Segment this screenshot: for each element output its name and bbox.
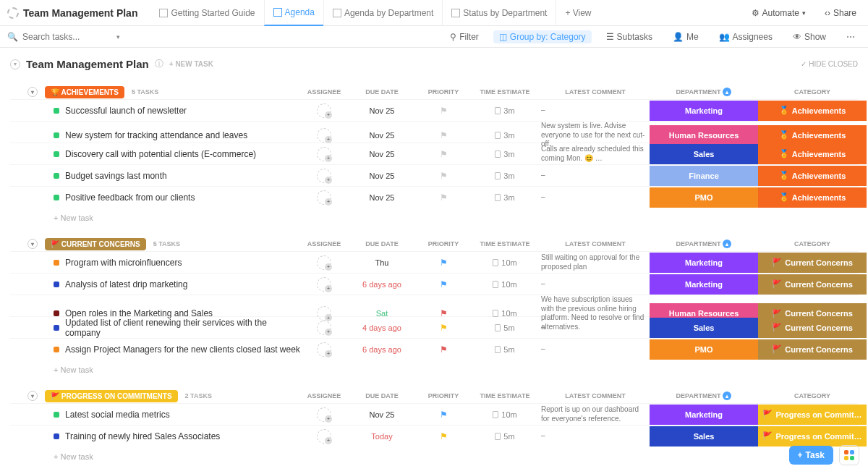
category-tag[interactable]: 🚩Progress on Commit… [758, 405, 867, 425]
department-tag[interactable]: Marketing [650, 253, 758, 273]
time-estimate[interactable]: 5m [469, 432, 541, 441]
priority-flag-icon[interactable]: ⚑ [418, 344, 469, 355]
due-date[interactable]: Nov 25 [346, 193, 418, 202]
sort-arrow-icon[interactable]: ▴ [723, 392, 731, 400]
assignees-button[interactable]: 👥 Assignees [713, 30, 778, 43]
due-date[interactable]: Nov 25 [346, 410, 418, 419]
assignee-add-icon[interactable] [317, 169, 331, 183]
department-tag[interactable]: Marketing [650, 101, 758, 121]
task-row[interactable]: Successful launch of newsletterNov 25⚑3m… [10, 99, 858, 121]
assignee-add-icon[interactable] [317, 342, 331, 357]
priority-flag-icon[interactable]: ⚑ [418, 279, 469, 289]
task-row[interactable]: Analysis of latest drip marketing6 days … [10, 273, 858, 295]
time-estimate[interactable]: 3m [469, 150, 541, 158]
new-task-button[interactable]: + New task [10, 447, 858, 461]
category-tag[interactable]: 🚩Current Concerns [758, 339, 867, 360]
time-estimate[interactable]: 5m [469, 323, 541, 332]
priority-flag-icon[interactable]: ⚑ [418, 149, 469, 159]
task-row[interactable]: Program with microinfluencersThu⚑10mStil… [10, 251, 858, 273]
priority-flag-icon[interactable]: ⚑ [418, 410, 469, 420]
task-row[interactable]: Training of newly hired Sales Associates… [10, 425, 858, 447]
category-tag[interactable]: 🚩Current Concerns [758, 253, 867, 273]
due-date[interactable]: 6 days ago [346, 345, 418, 354]
category-tag[interactable]: 🏅Achievements [758, 187, 867, 208]
time-estimate[interactable]: 3m [469, 131, 541, 140]
group-collapse-icon[interactable]: ▾ [27, 239, 38, 249]
more-icon[interactable]: ⋯ [841, 30, 861, 43]
sort-arrow-icon[interactable]: ▴ [723, 240, 731, 248]
due-date[interactable]: Nov 25 [346, 150, 418, 158]
col-estimate[interactable]: TIME ESTIMATE [469, 88, 541, 96]
assignee-add-icon[interactable] [317, 147, 331, 161]
priority-flag-icon[interactable]: ⚑ [418, 192, 469, 203]
due-date[interactable]: Sat [346, 309, 418, 318]
department-tag[interactable]: Marketing [650, 274, 758, 295]
col-assignee[interactable]: ASSIGNEE [302, 240, 346, 247]
col-category[interactable]: CATEGORY [758, 392, 867, 399]
assignee-add-icon[interactable] [317, 190, 331, 205]
group-collapse-icon[interactable]: ▾ [27, 87, 38, 97]
assignee-add-icon[interactable] [317, 128, 331, 143]
col-department[interactable]: DEPARTMENT▴ [650, 88, 758, 96]
view-tab-getting-started-guide[interactable]: Getting Started Guide [150, 0, 263, 26]
priority-flag-icon[interactable]: ⚑ [418, 431, 469, 441]
subtasks-button[interactable]: ☰ Subtasks [600, 30, 658, 43]
category-tag[interactable]: 🏅Achievements [758, 144, 867, 164]
hide-closed-button[interactable]: ✓ HIDE CLOSED [801, 60, 858, 68]
col-priority[interactable]: PRIORITY [418, 240, 469, 247]
search-input[interactable] [22, 32, 109, 42]
new-task-button[interactable]: + New task [10, 208, 858, 222]
col-category[interactable]: CATEGORY [758, 240, 867, 247]
priority-flag-icon[interactable]: ⚑ [418, 258, 469, 268]
view-tab-agenda-by-department[interactable]: Agenda by Department [323, 0, 442, 26]
assignee-add-icon[interactable] [317, 306, 331, 321]
category-tag[interactable]: 🚩Current Concerns [758, 274, 867, 295]
task-row[interactable]: Latest social media metricsNov 25⚑10mRep… [10, 403, 858, 425]
col-assignee[interactable]: ASSIGNEE [302, 88, 346, 96]
department-tag[interactable]: Human Resources [650, 125, 758, 145]
due-date[interactable]: Nov 25 [346, 131, 418, 140]
time-estimate[interactable]: 3m [469, 106, 541, 115]
col-due[interactable]: DUE DATE [346, 240, 418, 247]
time-estimate[interactable]: 10m [469, 410, 541, 419]
category-tag[interactable]: 🏅Achievements [758, 101, 867, 121]
task-row[interactable]: Updated list of client renewing their se… [10, 316, 858, 338]
chevron-down-icon[interactable]: ▾ [116, 33, 120, 41]
assignee-add-icon[interactable] [317, 103, 331, 118]
assignee-add-icon[interactable] [317, 255, 331, 270]
department-tag[interactable]: PMO [650, 339, 758, 360]
group-badge[interactable]: 🚩 Progress on Commitments [45, 390, 178, 402]
me-button[interactable]: 👤 Me [667, 30, 705, 43]
category-tag[interactable]: 🏅Achievements [758, 125, 867, 145]
col-estimate[interactable]: TIME ESTIMATE [469, 392, 541, 399]
new-task-button[interactable]: + New task [10, 360, 858, 374]
task-row[interactable]: Positive feedback from our clientsNov 25… [10, 186, 858, 208]
new-task-header-button[interactable]: + NEW TASK [169, 60, 213, 68]
department-tag[interactable]: Marketing [650, 405, 758, 425]
col-assignee[interactable]: ASSIGNEE [302, 392, 346, 399]
info-icon[interactable]: ⓘ [155, 58, 163, 70]
col-due[interactable]: DUE DATE [346, 88, 418, 96]
task-row[interactable]: New system for tracking attendance and l… [10, 121, 858, 143]
department-tag[interactable]: Sales [650, 144, 758, 164]
priority-flag-icon[interactable]: ⚑ [418, 171, 469, 181]
time-estimate[interactable]: 10m [469, 258, 541, 267]
col-category[interactable]: CATEGORY [758, 88, 867, 96]
group-collapse-icon[interactable]: ▾ [27, 391, 38, 401]
col-comment[interactable]: LATEST COMMENT [541, 392, 650, 399]
department-tag[interactable]: PMO [650, 187, 758, 208]
due-date[interactable]: 6 days ago [346, 280, 418, 289]
col-comment[interactable]: LATEST COMMENT [541, 240, 650, 247]
group-badge[interactable]: 🏆 Achievements [45, 86, 124, 98]
due-date[interactable]: Nov 25 [346, 106, 418, 115]
assignee-add-icon[interactable] [317, 429, 331, 444]
category-tag[interactable]: 🚩Progress on Commit… [758, 426, 867, 447]
priority-flag-icon[interactable]: ⚑ [418, 130, 469, 140]
group-badge[interactable]: 🚩 Current Concerns [45, 238, 146, 250]
assignee-add-icon[interactable] [317, 277, 331, 292]
col-due[interactable]: DUE DATE [346, 392, 418, 399]
new-task-floating-button[interactable]: + Task [789, 446, 833, 465]
department-tag[interactable]: Sales [650, 426, 758, 447]
col-comment[interactable]: LATEST COMMENT [541, 88, 650, 96]
due-date[interactable]: Thu [346, 258, 418, 267]
